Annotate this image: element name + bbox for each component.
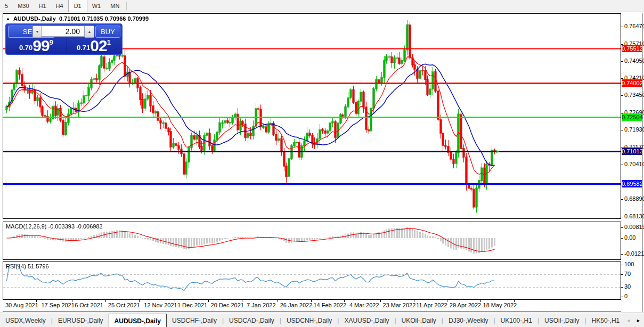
chart-tab-hk50-h1[interactable]: HK50-,H1 <box>586 313 625 327</box>
date-axis-label: 20 Dec 2021 <box>211 302 244 308</box>
chart-tab-usdx-weekly[interactable]: USDX,Weekly <box>0 313 51 327</box>
spinner-up-icon: ▲ <box>88 30 92 34</box>
timeframe-button-mn[interactable]: MN <box>105 1 124 11</box>
chart-tab-eurusd-daily[interactable]: EURUSD-,Daily <box>53 313 109 327</box>
price-axis-label: 0.71930 <box>624 126 644 133</box>
scroll-tabs-right-icon[interactable]: ► <box>636 318 641 323</box>
timeframe-button-h4[interactable]: H4 <box>51 1 68 11</box>
expand-arrow-icon[interactable]: ▲ <box>5 17 11 21</box>
date-axis-tick <box>380 300 381 302</box>
chart-tab-xauusd-daily[interactable]: XAUUSD-,Daily <box>339 313 394 327</box>
price-axis-label: 0.68130 <box>624 213 644 219</box>
price-axis-label: 0.00 <box>624 234 635 241</box>
scroll-tabs-left-icon[interactable]: ◄ <box>626 318 631 323</box>
price-axis-label: 0 <box>624 293 627 299</box>
chart-tab-uk100-h1[interactable]: UK100-,H1 <box>495 313 537 327</box>
rsi-label: RSI(14) 51.5796 <box>6 263 49 269</box>
chart-tab-bar: USDX,Weekly|EURUSD-,DailyAUDUSD-,DailyUS… <box>0 313 644 327</box>
price-axis-label: 100 <box>624 261 634 267</box>
date-axis-tick <box>139 300 140 302</box>
price-axis-tick <box>621 254 623 255</box>
macd-pane[interactable]: MACD(12,26,9) -0.003393 -0.006983 <box>3 222 621 260</box>
price-axis-tick <box>621 274 623 275</box>
chart-tab-usoil-daily[interactable]: USOil-,Daily <box>539 313 584 327</box>
price-axis-tick <box>621 165 623 165</box>
chart-tab-ukoil-daily[interactable]: UKOil-,Daily <box>396 313 442 327</box>
date-axis-tick <box>311 300 312 302</box>
buy-button[interactable]: BUY <box>95 26 120 38</box>
timeframe-button-d1[interactable]: D1 <box>68 0 87 12</box>
date-axis-tick <box>414 300 414 302</box>
price-level-badge: 0.72504 <box>622 113 642 121</box>
timeframe-button-w1[interactable]: W1 <box>87 1 106 11</box>
date-axis-label: 11 Apr 2022 <box>416 302 447 308</box>
price-axis-tick <box>621 287 623 288</box>
tab-scroll-controls: ◄ ► <box>626 313 642 327</box>
date-axis-label: 7 Jan 2022 <box>247 302 275 308</box>
volume-increase-button[interactable]: ▲ <box>85 26 94 38</box>
price-axis-label: -0.012121 <box>624 250 644 257</box>
date-axis-label: 23 Mar 2022 <box>383 302 416 308</box>
rsi-pane[interactable]: RSI(14) 51.5796 <box>3 261 621 300</box>
timeframe-button-h1[interactable]: H1 <box>34 1 51 11</box>
rsi-value: 51.5796 <box>28 263 49 269</box>
chart-tab-usdchf-daily[interactable]: USDCHF-,Daily <box>167 313 222 327</box>
volume-input[interactable]: 2.00 <box>41 26 85 37</box>
macd-label: MACD(12,26,9) -0.003393 -0.006983 <box>6 223 103 230</box>
price-axis[interactable]: 0.764700.757100.749500.742100.734500.726… <box>621 13 643 312</box>
spinner-down-icon: ▼ <box>36 30 39 34</box>
price-axis-tick <box>621 78 623 79</box>
price-axis-tick <box>621 297 623 297</box>
timeframe-button-5[interactable]: 5 <box>0 1 13 11</box>
price-axis-tick <box>621 27 623 27</box>
chart-quote-ohlc: 0.71001 0.71035 0.70966 0.70999 <box>59 15 149 22</box>
sell-price-small: 0.70 <box>19 44 32 52</box>
chart-tab-audusd-daily[interactable]: AUDUSD-,Daily <box>109 314 167 327</box>
timeframe-button-m30[interactable]: M30 <box>13 1 34 11</box>
price-axis-label: 0.76470 <box>624 23 644 29</box>
date-axis-tick <box>344 300 345 302</box>
rsi-chart-canvas[interactable] <box>3 262 621 299</box>
chart-tab-usdcad-daily[interactable]: USDCAD-,Daily <box>224 313 280 327</box>
buy-price[interactable]: 0.71 02 1 <box>67 38 120 53</box>
price-axis-tick <box>621 61 623 62</box>
chart-window: ▲ AUDUSD-,Daily 0.71001 0.71035 0.70966 … <box>3 13 642 312</box>
date-axis-tick <box>480 300 481 302</box>
price-axis-tick <box>621 95 623 96</box>
price-axis-label: 70 <box>624 271 631 277</box>
price-axis-tick <box>621 227 623 228</box>
price-axis-label: 30 <box>624 283 631 290</box>
one-click-trade-panel: SELL ▼ 2.00 ▲ BUY 0.70 99 9 0.71 02 1 <box>5 23 123 55</box>
date-axis-tick <box>105 300 106 302</box>
price-level-badge: 0.74002 <box>622 79 642 87</box>
date-axis-label: 18 May 2022 <box>483 302 517 308</box>
date-axis-label: 12 Nov 2021 <box>144 302 177 308</box>
price-axis-tick <box>621 238 623 239</box>
sell-price-sup: 9 <box>50 38 53 46</box>
date-axis-label: 6 Oct 2021 <box>75 302 103 308</box>
date-axis-label: 30 Aug 2021 <box>5 302 38 308</box>
chart-title: ▲ AUDUSD-,Daily 0.71001 0.71035 0.70966 … <box>6 15 149 22</box>
date-axis-label: 1 Dec 2021 <box>177 302 207 308</box>
date-axis-tick <box>36 300 37 302</box>
price-level-badge: 0.75512 <box>622 45 642 52</box>
price-axis-label: 0.74950 <box>624 58 644 64</box>
chart-tab-usdcnh-daily[interactable]: USDCNH-,Daily <box>281 313 337 327</box>
date-axis-label: 17 Sep 2021 <box>41 302 74 308</box>
buy-price-small: 0.71 <box>77 44 90 52</box>
sell-price-big: 99 <box>32 38 49 53</box>
date-axis-label: 25 Oct 2021 <box>108 302 140 308</box>
chart-tab-dj30-weekly[interactable]: DJ30-,Weekly <box>443 313 493 327</box>
macd-values: -0.003393 -0.006983 <box>48 223 102 230</box>
sell-price[interactable]: 0.70 99 9 <box>6 38 67 53</box>
price-axis-label: 0.73450 <box>624 92 644 98</box>
price-axis-tick <box>621 217 623 217</box>
price-axis-label: 0.68890 <box>624 195 644 202</box>
date-axis-label: 29 Apr 2022 <box>450 302 481 308</box>
price-level-badge: 0.69582 <box>622 180 642 187</box>
date-axis-tick <box>514 300 515 302</box>
date-axis-tick <box>72 300 72 302</box>
date-axis-tick <box>242 300 242 302</box>
date-axis[interactable]: 30 Aug 202117 Sep 20216 Oct 202125 Oct 2… <box>3 300 621 312</box>
date-axis-label: 4 Mar 2022 <box>349 302 379 308</box>
